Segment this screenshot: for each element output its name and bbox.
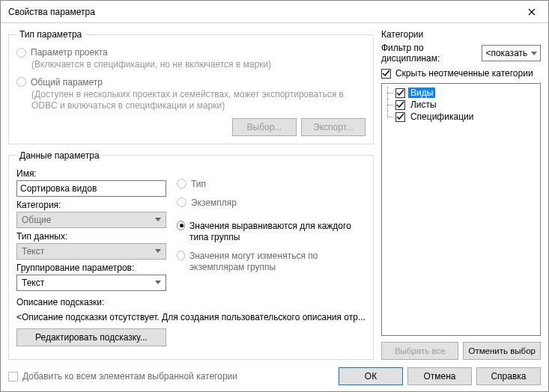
vary-per-instance-label: Значения могут изменяться по экземплярам…	[189, 251, 366, 273]
help-button[interactable]: Справка	[476, 367, 541, 385]
cancel-button[interactable]: Отмена	[407, 367, 472, 385]
close-icon	[528, 8, 536, 16]
chevron-down-icon	[531, 52, 537, 55]
align-per-group-radio[interactable]	[177, 221, 185, 230]
shared-param-radio	[16, 77, 26, 87]
tree-item[interactable]: Спецификации	[383, 111, 539, 123]
select-all-button: Выбрать все	[381, 342, 459, 360]
window-title: Свойства параметра	[8, 7, 95, 17]
grouping-select[interactable]: Текст	[16, 275, 166, 291]
tree-checkbox[interactable]	[395, 88, 405, 98]
project-param-desc: (Включается в спецификации, но не включа…	[31, 59, 366, 71]
tree-item[interactable]: Виды	[383, 87, 539, 99]
categories-legend: Категории	[381, 29, 541, 40]
hide-unchecked-checkbox[interactable]	[381, 69, 391, 79]
choose-button: Выбор...	[232, 118, 297, 136]
vary-per-instance-radio	[177, 251, 185, 260]
category-value: Общие	[22, 215, 51, 225]
export-button: Экспорт...	[301, 118, 366, 136]
tree-item-label: Виды	[408, 88, 435, 98]
datatype-select: Текст	[16, 243, 166, 260]
param-data-legend: Данные параметра	[16, 150, 103, 161]
grouping-label: Группирование параметров:	[16, 263, 166, 273]
align-per-group-label: Значения выравниваются для каждого типа …	[189, 221, 366, 243]
filter-select[interactable]: <показать	[482, 45, 541, 61]
project-param-label: Параметр проекта	[31, 47, 108, 58]
chevron-down-icon	[155, 281, 161, 284]
titlebar: Свойства параметра	[1, 1, 548, 23]
add-all-checkbox	[8, 372, 18, 382]
name-label: Имя:	[16, 168, 166, 179]
check-icon	[396, 101, 404, 109]
check-icon	[396, 89, 404, 97]
hide-unchecked-label: Скрыть неотмеченные категории	[395, 68, 533, 79]
tooltip-label: Описание подсказки:	[16, 297, 166, 307]
check-icon	[396, 113, 404, 121]
shared-param-desc: (Доступен в нескольких проектах и семейс…	[31, 89, 366, 112]
edit-tooltip-button[interactable]: Редактировать подсказку...	[16, 328, 166, 346]
param-data-group: Данные параметра Имя: Категория: Общие Т…	[8, 150, 374, 360]
check-icon	[382, 70, 390, 78]
filter-label: Фильтр по дисциплинам:	[381, 43, 477, 64]
category-select: Общие	[16, 212, 166, 228]
categories-tree[interactable]: Виды Листы Спецификации	[381, 83, 541, 336]
chevron-down-icon	[155, 218, 161, 221]
tree-checkbox[interactable]	[395, 100, 405, 110]
chevron-down-icon	[155, 249, 161, 253]
tree-item[interactable]: Листы	[383, 99, 539, 111]
instance-radio	[177, 197, 186, 207]
instance-radio-label: Экземпляр	[191, 197, 237, 209]
datatype-label: Тип данных:	[16, 231, 166, 242]
tree-item-label: Спецификации	[408, 111, 476, 122]
add-all-label: Добавить ко всем элементам выбранной кат…	[22, 371, 237, 382]
shared-param-label: Общий параметр	[31, 77, 103, 88]
close-button[interactable]	[515, 1, 548, 23]
deselect-all-button[interactable]: Отменить выбор	[463, 342, 541, 360]
tree-item-label: Листы	[408, 99, 439, 110]
project-param-radio	[16, 48, 26, 58]
type-radio-label: Тип	[191, 179, 206, 190]
tree-checkbox[interactable]	[395, 112, 405, 122]
datatype-value: Текст	[22, 246, 44, 257]
grouping-value: Текст	[22, 278, 44, 288]
tooltip-text: <Описание подсказки отсутствует. Для соз…	[16, 312, 366, 322]
param-type-group: Тип параметра Параметр проекта (Включает…	[8, 29, 374, 144]
name-input[interactable]	[16, 180, 166, 197]
type-radio	[177, 179, 186, 189]
param-type-legend: Тип параметра	[16, 29, 85, 40]
category-label: Категория:	[16, 200, 166, 210]
ok-button[interactable]: ОК	[339, 367, 403, 385]
filter-value: <показать	[485, 48, 527, 58]
